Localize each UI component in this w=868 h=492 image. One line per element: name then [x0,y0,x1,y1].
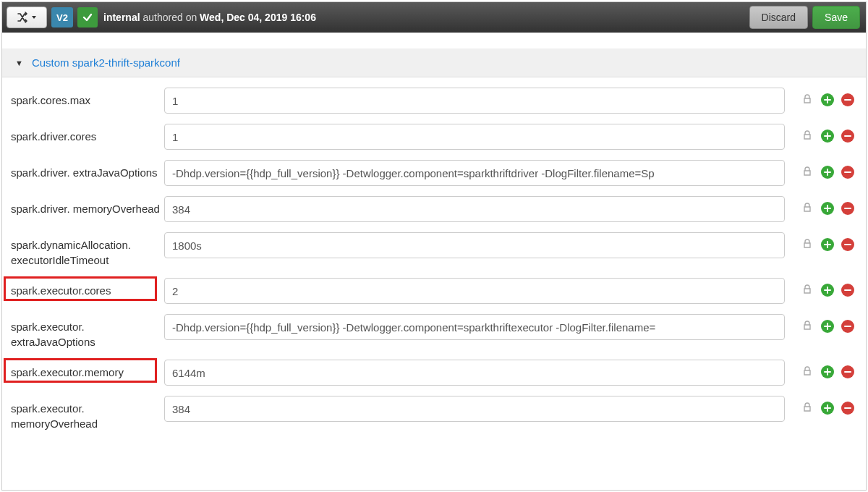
config-row: spark.driver. extraJavaOptions [8,160,860,186]
lock-icon[interactable] [802,203,814,215]
config-label: spark.executor.cores [8,278,164,298]
config-row: spark.dynamicAllocation. executorIdleTim… [8,232,860,268]
config-input[interactable] [164,360,785,386]
remove-button[interactable] [841,284,854,297]
row-actions [791,314,860,333]
add-button[interactable] [821,320,834,333]
config-input-wrap [164,88,791,114]
authored-text: internal authored on Wed, Dec 04, 2019 1… [103,12,316,23]
add-button[interactable] [821,238,834,251]
add-button[interactable] [821,130,834,143]
remove-button[interactable] [841,238,854,251]
row-actions [791,232,860,251]
config-input[interactable] [164,232,785,258]
lock-icon[interactable] [802,284,814,297]
config-row: spark.executor. extraJavaOptions [8,314,860,349]
config-row: spark.cores.max [8,88,860,114]
config-label: spark.dynamicAllocation. executorIdleTim… [8,232,164,268]
config-input[interactable] [164,124,785,150]
config-row: spark.executor.cores [8,278,860,304]
add-button[interactable] [821,166,834,179]
config-row: spark.driver. memoryOverhead [8,196,860,222]
config-input-wrap [164,196,791,222]
add-button[interactable] [821,93,834,106]
config-input[interactable] [164,196,785,222]
section-header[interactable]: ▼ Custom spark2-thrift-sparkconf [2,48,866,77]
section-title: Custom spark2-thrift-sparkconf [32,56,180,69]
caret-down-icon [31,14,37,20]
lock-icon[interactable] [802,366,814,378]
add-button[interactable] [821,284,834,297]
config-label: spark.executor.memory [8,360,164,380]
lock-icon[interactable] [802,130,814,143]
lock-icon[interactable] [802,166,814,179]
row-actions [791,396,860,415]
remove-button[interactable] [841,320,854,333]
config-input-wrap [164,160,791,186]
config-input-wrap [164,396,791,422]
app-frame: V2 internal authored on Wed, Dec 04, 201… [1,1,867,491]
remove-button[interactable] [841,93,854,106]
config-input[interactable] [164,314,785,340]
config-input-wrap [164,360,791,386]
discard-button[interactable]: Discard [749,6,808,29]
config-label: spark.executor. memoryOverhead [8,396,164,431]
remove-button[interactable] [841,130,854,143]
config-row: spark.driver.cores [8,124,860,150]
version-badge[interactable]: V2 [51,7,73,27]
remove-button[interactable] [841,365,854,378]
config-input[interactable] [164,88,785,114]
remove-button[interactable] [841,402,854,415]
save-button[interactable]: Save [812,6,860,29]
config-input-wrap [164,124,791,150]
top-toolbar: V2 internal authored on Wed, Dec 04, 201… [2,2,866,33]
authored-middle: authored on [140,12,200,23]
collapse-caret-icon: ▼ [15,59,23,67]
lock-icon[interactable] [802,402,814,415]
add-button[interactable] [821,365,834,378]
remove-button[interactable] [841,166,854,179]
config-rows: spark.cores.maxspark.driver.coresspark.d… [2,77,866,444]
lock-icon[interactable] [802,239,814,251]
lock-icon[interactable] [802,94,814,106]
config-label: spark.executor. extraJavaOptions [8,314,164,349]
row-actions [791,88,860,106]
add-button[interactable] [821,202,834,215]
config-input-wrap [164,314,791,340]
config-row: spark.executor.memory [8,360,860,386]
row-actions [791,360,860,378]
author-name: internal [103,12,140,23]
config-input[interactable] [164,396,785,422]
row-actions [791,278,860,297]
shuffle-button[interactable] [7,7,47,28]
config-input[interactable] [164,160,785,186]
config-label: spark.driver.cores [8,124,164,144]
row-actions [791,196,860,215]
config-row: spark.executor. memoryOverhead [8,396,860,431]
check-badge[interactable] [77,7,98,27]
row-actions [791,160,860,179]
config-input[interactable] [164,278,785,304]
authored-date: Wed, Dec 04, 2019 16:06 [200,12,316,23]
remove-button[interactable] [841,202,854,215]
config-input-wrap [164,278,791,304]
add-button[interactable] [821,402,834,415]
config-label: spark.cores.max [8,88,164,108]
config-label: spark.driver. memoryOverhead [8,196,164,216]
lock-icon[interactable] [802,321,814,333]
config-label: spark.driver. extraJavaOptions [8,160,164,180]
row-actions [791,124,860,143]
check-icon [82,12,93,22]
config-input-wrap [164,232,791,258]
shuffle-icon [17,12,28,23]
